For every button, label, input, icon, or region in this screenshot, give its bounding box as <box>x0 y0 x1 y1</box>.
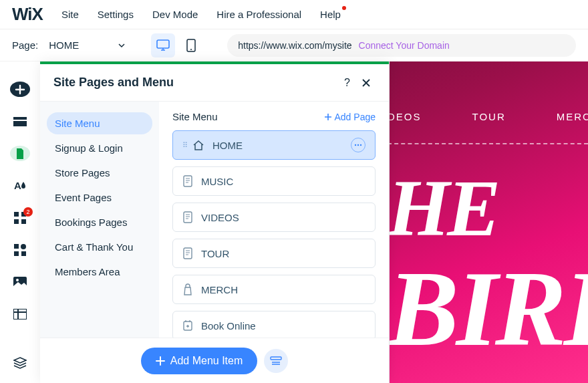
svg-rect-5 <box>13 121 27 126</box>
canvas-nav: DEOS TOUR MERCH <box>388 111 588 122</box>
page-item-merch[interactable]: MERCH <box>172 275 376 304</box>
canvas-nav-item[interactable]: DEOS <box>388 111 422 122</box>
menu-settings-button[interactable] <box>264 349 288 373</box>
top-menubar: WiX Site Settings Dev Mode Hire a Profes… <box>0 0 588 29</box>
wix-logo: WiX <box>12 4 43 25</box>
panel-title: Site Pages and Menu <box>53 76 338 90</box>
page-list: ⠿ HOME MUSIC VIDEOS <box>172 130 376 338</box>
menu-hire-pro[interactable]: Hire a Professional <box>216 9 301 20</box>
svg-point-3 <box>190 49 192 50</box>
page-icon <box>15 148 25 160</box>
page-item-label: HOME <box>212 140 243 151</box>
design-button[interactable]: A <box>10 178 30 193</box>
cat-cart-thankyou[interactable]: Cart & Thank You <box>47 236 152 258</box>
page-item-videos[interactable]: VIDEOS <box>172 203 376 232</box>
svg-rect-17 <box>13 309 27 320</box>
add-page-label: Add Page <box>335 112 376 122</box>
menu-dev-mode[interactable]: Dev Mode <box>152 9 198 20</box>
page-item-label: VIDEOS <box>201 212 239 223</box>
puzzle-icon <box>13 243 27 257</box>
page-list-title: Site Menu <box>172 111 324 122</box>
page-icon <box>182 175 193 187</box>
layers-icon <box>13 357 27 369</box>
hero-text-1: HE <box>388 168 498 249</box>
svg-rect-24 <box>184 248 192 259</box>
canvas-nav-item[interactable]: TOUR <box>472 111 506 122</box>
sections-button[interactable] <box>10 114 30 129</box>
menu-site[interactable]: Site <box>61 9 79 20</box>
menu-help-label: Help <box>320 9 341 20</box>
hero-text-2: BIRDS <box>388 255 588 362</box>
svg-rect-11 <box>14 244 19 249</box>
close-icon <box>361 78 371 88</box>
app-market-button[interactable]: 2 <box>10 210 30 225</box>
panel-help-button[interactable]: ? <box>338 74 357 92</box>
page-item-tour[interactable]: TOUR <box>172 239 376 268</box>
page-more-button[interactable] <box>351 138 365 152</box>
page-item-label: TOUR <box>201 248 229 259</box>
svg-point-13 <box>21 244 26 249</box>
desktop-view-button[interactable] <box>151 33 175 57</box>
drag-handle-icon[interactable]: ⠿ <box>182 141 187 150</box>
canvas-divider <box>388 143 588 144</box>
page-item-label: MERCH <box>201 284 238 295</box>
add-menu-item-label: Add Menu Item <box>170 355 243 367</box>
connect-domain-link[interactable]: Connect Your Domain <box>359 40 450 51</box>
page-icon <box>182 211 193 223</box>
ellipsis-icon <box>354 144 362 146</box>
page-bar: Page: HOME https://www.wix.com/mysite Co… <box>0 29 588 61</box>
svg-rect-26 <box>271 357 281 360</box>
panel-categories: Site Menu Signup & Login Store Pages Eve… <box>40 102 159 338</box>
cat-store-pages[interactable]: Store Pages <box>47 162 152 184</box>
page-item-label: MUSIC <box>201 176 233 187</box>
tool-rail: A 2 <box>0 61 40 383</box>
cat-event-pages[interactable]: Event Pages <box>47 186 152 209</box>
page-item-label: Book Online <box>201 320 256 332</box>
calendar-plus-icon <box>182 320 193 332</box>
svg-point-21 <box>360 144 361 146</box>
media-button[interactable] <box>10 275 30 290</box>
page-dropdown[interactable]: HOME <box>45 37 130 53</box>
workspace: DEOS TOUR MERCH HE BIRDS A 2 <box>0 61 588 383</box>
section-icon <box>13 117 27 126</box>
device-switcher <box>151 33 203 57</box>
panel-close-button[interactable] <box>357 74 376 92</box>
page-item-book-online[interactable]: Book Online <box>172 311 376 338</box>
my-business-button[interactable] <box>10 243 30 258</box>
panel-right: Site Menu Add Page ⠿ HOME <box>159 102 389 338</box>
cat-signup-login[interactable]: Signup & Login <box>47 137 152 159</box>
panel-footer: Add Menu Item <box>40 338 389 383</box>
mobile-icon <box>186 39 196 52</box>
svg-point-20 <box>357 144 359 146</box>
svg-rect-7 <box>14 212 19 217</box>
content-manager-button[interactable] <box>10 307 30 322</box>
add-page-button[interactable]: Add Page <box>324 112 376 122</box>
svg-rect-23 <box>184 212 192 223</box>
page-item-home[interactable]: ⠿ HOME <box>172 130 376 160</box>
page-item-music[interactable]: MUSIC <box>172 166 376 196</box>
pages-menu-button[interactable] <box>10 146 30 161</box>
add-menu-item-button[interactable]: Add Menu Item <box>141 348 258 374</box>
panel-header: Site Pages and Menu ? <box>40 64 389 102</box>
add-element-button[interactable] <box>10 82 30 97</box>
canvas-nav-item[interactable]: MERCH <box>557 111 588 122</box>
plus-icon <box>324 113 332 121</box>
url-text: https://www.wix.com/mysite <box>238 40 351 51</box>
chevron-down-icon <box>118 41 126 49</box>
menu-settings[interactable]: Settings <box>98 9 134 20</box>
cat-bookings-pages[interactable]: Bookings Pages <box>47 211 152 233</box>
page-dropdown-value: HOME <box>49 39 79 51</box>
layers-button[interactable] <box>10 356 30 371</box>
svg-text:A: A <box>14 180 21 191</box>
svg-rect-4 <box>13 117 27 120</box>
image-icon <box>13 277 27 287</box>
cat-members-area[interactable]: Members Area <box>47 261 152 283</box>
menu-layout-icon <box>270 356 282 366</box>
drop-text-icon: A <box>14 179 26 193</box>
cat-site-menu[interactable]: Site Menu <box>47 112 152 134</box>
question-icon: ? <box>343 77 352 89</box>
svg-text:?: ? <box>344 77 350 88</box>
page-icon <box>182 247 193 259</box>
menu-help[interactable]: Help <box>320 9 341 20</box>
mobile-view-button[interactable] <box>179 33 203 57</box>
